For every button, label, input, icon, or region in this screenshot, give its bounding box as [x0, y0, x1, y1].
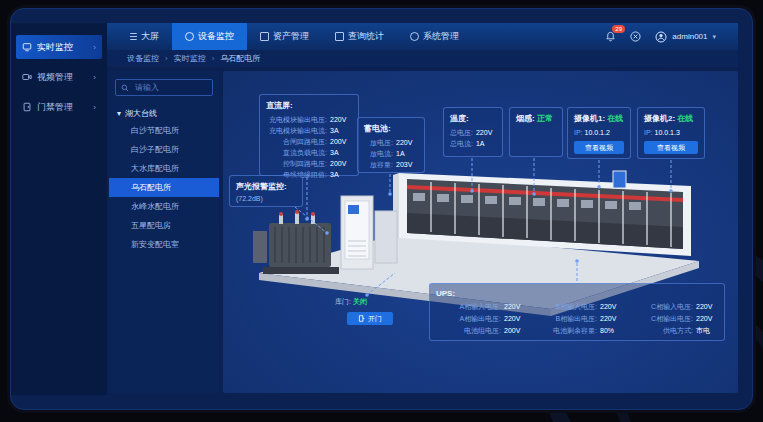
- panel-title: 温度:: [450, 113, 496, 124]
- battery-panel: 蓄电池: 放电压:220V 放电流:1A 放容量:203V: [357, 117, 425, 173]
- panel-title: 声光报警监控:: [236, 181, 296, 192]
- station-3d-view: 直流屏: 充电模块输出电压:220V 充电模块输出电流:3A 合闸回路电压:20…: [223, 71, 738, 393]
- sidebar-item-label: 实时监控: [37, 41, 73, 54]
- panel-title: UPS:: [436, 289, 718, 298]
- breadcrumb: 设备监控 › 实时监控 › 乌石配电所: [107, 50, 738, 67]
- data-row: 总电压:220V: [450, 127, 496, 138]
- nav-label: 设备监控: [198, 30, 234, 43]
- panel-title: 摄像机2: 在线: [644, 113, 698, 124]
- tree-item-station[interactable]: 五星配电房: [115, 216, 213, 235]
- app-window: 大屏 设备监控 资产管理 查询统计 系统管理: [10, 8, 753, 410]
- tree-item-station[interactable]: 大水库配电所: [115, 159, 213, 178]
- search-input[interactable]: [133, 82, 207, 93]
- fullscreen-icon: [630, 31, 641, 42]
- data-row: A相输出电压:220V: [436, 313, 526, 324]
- tree-expand-icon: ▾: [117, 109, 121, 118]
- sidebar-item-door-access[interactable]: 门禁管理 ›: [16, 95, 102, 119]
- panel-title: 蓄电池:: [364, 123, 418, 134]
- data-row: 电池剩余容量:80%: [532, 325, 622, 336]
- asset-icon: [260, 32, 269, 41]
- data-row: 放容量:203V: [364, 159, 418, 170]
- breadcrumb-item-current: 乌石配电所: [220, 53, 260, 64]
- gear-icon: [410, 32, 419, 41]
- monitor-icon: [185, 32, 194, 41]
- breadcrumb-separator: ›: [165, 54, 168, 63]
- dc-screen-panel: 直流屏: 充电模块输出电压:220V 充电模块输出电流:3A 合闸回路电压:20…: [259, 94, 359, 176]
- tree-item-station[interactable]: 永峰水配电所: [115, 197, 213, 216]
- camera2-ip: IP: 10.0.1.3: [644, 127, 698, 138]
- door-status: 关闭: [353, 298, 367, 305]
- data-row: 充电模块输出电压:220V: [266, 114, 352, 125]
- nav-query-stats[interactable]: 查询统计: [322, 23, 397, 50]
- door-icon: [22, 102, 32, 112]
- sound-alarm-value: (72.2dB): [236, 195, 296, 202]
- tree-root-node[interactable]: ▾ 湖大台线: [117, 108, 213, 119]
- camera1-panel: 摄像机1: 在线 IP: 10.0.1.2 查看视频: [567, 107, 631, 159]
- station-tree-panel: ▾ 湖大台线 白沙节配电所 白沙子配电所 大水库配电所 乌石配电所 永峰水配电所…: [109, 71, 219, 393]
- data-row: 合闸回路电压:200V: [266, 136, 352, 147]
- open-door-button[interactable]: 开门: [347, 312, 393, 325]
- panel-title: 直流屏:: [266, 100, 352, 111]
- data-row: 电池组电压:200V: [436, 325, 526, 336]
- nav-label: 资产管理: [273, 30, 309, 43]
- topbar-tools: 29 admin001 ▾: [605, 23, 738, 50]
- data-row: A相输入电压:220V: [436, 301, 526, 312]
- data-row: 控制回路电压:200V: [266, 158, 352, 169]
- tree-item-station[interactable]: 白沙节配电所: [115, 121, 213, 140]
- fullscreen-toggle[interactable]: [630, 31, 641, 42]
- sidebar-item-label: 视频管理: [37, 71, 73, 84]
- data-row: C相输入电压:220V: [628, 301, 718, 312]
- search-icon: [121, 84, 129, 92]
- sidebar-item-video-manage[interactable]: 视频管理 ›: [16, 65, 102, 89]
- tree-item-station[interactable]: 新安变配电室: [115, 235, 213, 254]
- avatar-icon: [655, 31, 667, 43]
- temperature-panel: 温度: 总电压:220V 总电流:1A: [443, 107, 503, 157]
- tree-item-station[interactable]: 白沙子配电所: [115, 140, 213, 159]
- data-row: C相输出电压:220V: [628, 313, 718, 324]
- breadcrumb-item[interactable]: 设备监控: [127, 53, 159, 64]
- smoke-sensor-panel: 烟感: 正常: [509, 107, 563, 157]
- data-row: 充电模块输出电流:3A: [266, 125, 352, 136]
- sidebar: 实时监控 › 视频管理 › 门禁管理 ›: [11, 23, 107, 395]
- sidebar-item-label: 门禁管理: [37, 101, 73, 114]
- smoke-status: 正常: [537, 114, 553, 123]
- nav-system-settings[interactable]: 系统管理: [397, 23, 472, 50]
- data-row: 放电流:1A: [364, 148, 418, 159]
- sound-alarm-panel: 声光报警监控: (72.2dB): [229, 175, 303, 207]
- nav-assets[interactable]: 资产管理: [247, 23, 322, 50]
- view-video-button[interactable]: 查看视频: [574, 141, 624, 154]
- stats-icon: [335, 32, 344, 41]
- chevron-right-icon: ›: [93, 43, 96, 52]
- breadcrumb-item[interactable]: 实时监控: [174, 53, 206, 64]
- nav-dashboard[interactable]: 大屏: [117, 23, 172, 50]
- camera2-status: 在线: [677, 114, 693, 123]
- camera1-ip: IP: 10.0.1.2: [574, 127, 624, 138]
- user-menu[interactable]: admin001 ▾: [655, 31, 716, 43]
- tree-root-label: 湖大台线: [125, 108, 157, 119]
- breadcrumb-separator: ›: [212, 54, 215, 63]
- notification-bell[interactable]: 29: [605, 31, 616, 42]
- main-nav: 大屏 设备监控 资产管理 查询统计 系统管理: [107, 23, 472, 50]
- tree-item-station-selected[interactable]: 乌石配电所: [109, 178, 219, 197]
- menu-icon: [130, 33, 137, 40]
- nav-label: 大屏: [141, 30, 159, 43]
- username: admin001: [672, 32, 707, 41]
- nav-label: 系统管理: [423, 30, 459, 43]
- ups-grid: A相输入电压:220V B相输入电压:220V C相输入电压:220V A相输出…: [436, 301, 718, 336]
- chevron-down-icon: ▾: [712, 33, 716, 41]
- camera2-panel: 摄像机2: 在线 IP: 10.0.1.3 查看视频: [637, 107, 705, 159]
- panel-title: 烟感: 正常: [516, 113, 556, 124]
- chevron-right-icon: ›: [93, 73, 96, 82]
- view-video-button[interactable]: 查看视频: [644, 141, 698, 154]
- sidebar-item-realtime-monitor[interactable]: 实时监控 ›: [16, 35, 102, 59]
- top-nav-bar: 大屏 设备监控 资产管理 查询统计 系统管理: [107, 23, 738, 50]
- chevron-right-icon: ›: [93, 103, 96, 112]
- video-camera-icon: [22, 72, 32, 82]
- nav-device-monitor[interactable]: 设备监控: [172, 23, 247, 50]
- door-status-line: 库门: 关闭: [335, 297, 405, 307]
- camera1-status: 在线: [607, 114, 623, 123]
- nav-label: 查询统计: [348, 30, 384, 43]
- notification-badge: 29: [612, 25, 625, 33]
- panel-title: 摄像机1: 在线: [574, 113, 624, 124]
- door-control-group: 库门: 关闭 开门: [335, 297, 405, 325]
